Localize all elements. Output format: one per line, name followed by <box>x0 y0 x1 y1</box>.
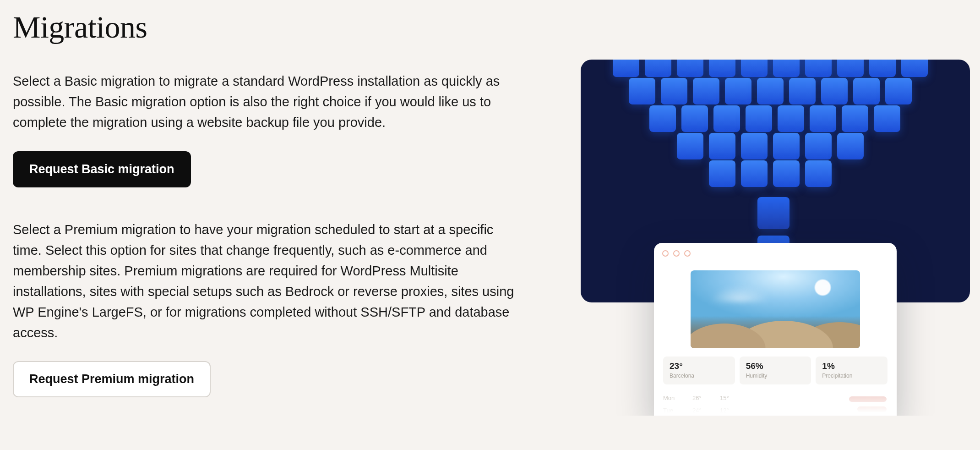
stat-value: 56% <box>746 361 805 371</box>
forecast-row: Tue 24° 12° <box>663 404 887 416</box>
page-title: Migrations <box>13 9 526 45</box>
preview-image <box>691 270 860 348</box>
stat-tile: 56% Humidity <box>740 357 811 384</box>
premium-migration-description: Select a Premium migration to have your … <box>13 220 526 343</box>
stat-label: Precipitation <box>822 373 881 379</box>
window-dot-icon <box>684 250 691 257</box>
stat-tile: 1% Precipitation <box>816 357 887 384</box>
request-basic-migration-button[interactable]: Request Basic migration <box>13 151 191 187</box>
stat-value: 1% <box>822 361 881 371</box>
forecast-low: 15° <box>720 395 736 401</box>
placeholder-bar <box>857 406 887 412</box>
request-premium-migration-button[interactable]: Request Premium migration <box>13 361 211 397</box>
stat-value: 23° <box>670 361 729 371</box>
stat-label: Barcelona <box>670 373 729 379</box>
window-controls <box>654 243 897 264</box>
illustration: 23° Barcelona 56% Humidity 1% Precipitat… <box>581 60 970 302</box>
window-dot-icon <box>662 250 669 257</box>
preview-browser-card: 23° Barcelona 56% Humidity 1% Precipitat… <box>654 243 897 416</box>
basic-migration-description: Select a Basic migration to migrate a st… <box>13 71 526 133</box>
placeholder-bar <box>849 396 887 402</box>
forecast-high: 24° <box>692 407 709 414</box>
stat-tile: 23° Barcelona <box>663 357 735 384</box>
forecast-day: Tue <box>663 407 681 414</box>
forecast-day: Mon <box>663 395 681 401</box>
forecast-low: 12° <box>720 407 736 414</box>
stat-label: Humidity <box>746 373 805 379</box>
window-dot-icon <box>673 250 680 257</box>
forecast-high: 26° <box>692 395 709 401</box>
